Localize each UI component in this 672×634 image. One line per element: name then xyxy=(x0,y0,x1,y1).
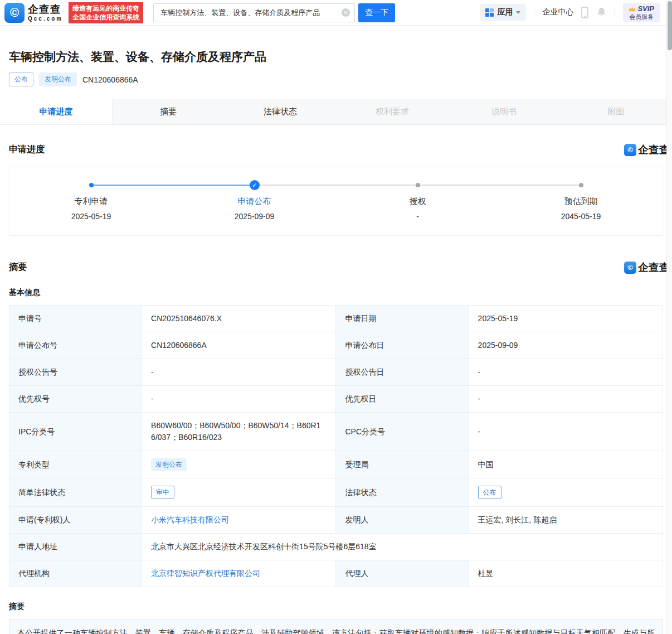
notification-bell-icon[interactable] xyxy=(596,7,607,18)
field-value: 小米汽车科技有限公司 xyxy=(142,507,336,534)
basic-info-title: 基本信息 xyxy=(9,288,663,298)
progress-section-title: 申请进度 xyxy=(9,144,45,156)
field-label: 发明人 xyxy=(336,507,469,534)
publication-number: CN120606866A xyxy=(82,75,138,84)
basic-info-table: 申请号 CN202510646076.X 申请日期 2025-05-19 申请公… xyxy=(9,305,663,587)
milestone-date: 2045-05-19 xyxy=(499,212,663,221)
table-row: IPC分类号 B60W60/00；B60W50/00；B60W50/14；B60… xyxy=(9,413,663,451)
table-row: 申请(专利权)人 小米汽车科技有限公司 发明人 王运宏, 刘长江, 陈超启 xyxy=(9,507,663,534)
patent-type-badge: 发明公布 xyxy=(151,458,187,471)
slogan-line1: 缔造有远见的商业传奇 xyxy=(72,4,139,13)
field-value: CN202510646076.X xyxy=(142,306,336,332)
milestone-dot-done xyxy=(89,183,94,187)
application-timeline: 专利申请 2025-05-19 ✓ 申请公布 2025-09-09 授权 - 预… xyxy=(9,167,663,236)
qcc-watermark: © 企查查 xyxy=(624,143,670,157)
scrollbar-thumb[interactable] xyxy=(668,1,672,50)
field-value: - xyxy=(469,413,663,451)
field-value: - xyxy=(142,359,336,386)
patent-title: 车辆控制方法、装置、设备、存储介质及程序产品 xyxy=(9,49,663,65)
tab-description: 说明书 xyxy=(448,99,560,124)
page-scrollbar[interactable] xyxy=(666,0,672,634)
status-badge: 公布 xyxy=(9,72,33,86)
divider xyxy=(534,8,534,17)
milestone-grant: 授权 - xyxy=(336,180,499,221)
divider xyxy=(615,8,615,17)
agency-link[interactable]: 北京律智知识产权代理有限公司 xyxy=(151,569,260,578)
search-area: ✕ xyxy=(153,3,355,22)
logo-domain: Qcc.com xyxy=(28,16,63,22)
qcc-watermark-text: 企查查 xyxy=(638,143,670,157)
tab-abstract[interactable]: 摘要 xyxy=(113,99,225,124)
field-label: 申请人地址 xyxy=(9,534,142,560)
legal-status-badge: 公布 xyxy=(478,486,501,499)
milestone-estimated-expiry: 预估到期 2045-05-19 xyxy=(499,180,663,221)
tab-application-progress[interactable]: 申请进度 xyxy=(0,99,113,124)
abstract-title: 摘要 xyxy=(9,602,663,612)
qcc-logo-icon: © xyxy=(4,3,25,23)
qcc-watermark: © 企查查 xyxy=(624,260,670,275)
table-row: 优先权号 - 优先权日 - xyxy=(9,386,663,413)
field-label: 受理局 xyxy=(336,451,469,478)
table-row: 代理机构 北京律智知识产权代理有限公司 代理人 杜昱 xyxy=(9,560,663,587)
qcc-watermark-icon: © xyxy=(624,262,636,274)
svip-member-button[interactable]: SVIP 会员服务 xyxy=(623,3,660,23)
field-label: 简单法律状态 xyxy=(9,478,142,507)
milestone-label: 授权 xyxy=(336,196,499,207)
table-row: 授权公告号 - 授权公告日 - xyxy=(9,359,663,386)
milestone-publication: ✓ 申请公布 2025-09-09 xyxy=(173,180,336,221)
milestone-date: 2025-09-09 xyxy=(173,212,336,221)
milestone-check-icon: ✓ xyxy=(250,180,260,190)
field-label: 申请日期 xyxy=(336,306,469,332)
qcc-logo[interactable]: © 企查查 Qcc.com xyxy=(4,3,63,23)
field-label: 授权公告号 xyxy=(9,359,142,386)
field-value: 发明公布 xyxy=(142,451,336,478)
field-label: 授权公告日 xyxy=(336,359,469,386)
field-label: CPC分类号 xyxy=(336,413,469,451)
field-value: - xyxy=(142,386,336,413)
field-label: 代理机构 xyxy=(9,560,142,587)
apps-grid-icon xyxy=(485,8,494,17)
qcc-watermark-text: 企查查 xyxy=(638,260,670,275)
field-value: - xyxy=(469,386,663,413)
table-row: 申请号 CN202510646076.X 申请日期 2025-05-19 xyxy=(9,306,663,332)
summary-section-title: 摘要 xyxy=(9,262,27,273)
search-button[interactable]: 查一下 xyxy=(358,3,395,22)
field-label: 代理人 xyxy=(336,560,469,587)
field-label: 申请号 xyxy=(9,306,142,332)
simple-legal-status-badge: 审中 xyxy=(151,486,174,499)
apps-label: 应用 xyxy=(497,7,513,17)
svip-sub-label: 会员服务 xyxy=(629,13,654,21)
tab-drawings: 附图 xyxy=(560,99,672,124)
apps-menu[interactable]: 应用 xyxy=(480,4,526,21)
milestone-dot-pending xyxy=(579,183,583,187)
abstract-text: 本公开提供了一种车辆控制方法、装置、车辆、存储介质及程序产品，涉及辅助驾驶领域。… xyxy=(9,619,663,634)
summary-section-header: 摘要 © 企查查 xyxy=(9,262,663,273)
field-label: 优先权号 xyxy=(9,386,142,413)
milestone-filing: 专利申请 2025-05-19 xyxy=(9,180,173,221)
progress-section-header: 申请进度 © 企查查 xyxy=(9,144,663,156)
table-row: 专利类型 发明公布 受理局 中国 xyxy=(9,451,663,478)
applicant-link[interactable]: 小米汽车科技有限公司 xyxy=(151,515,229,524)
detail-tabs: 申请进度 摘要 法律状态 权利要求 说明书 附图 xyxy=(0,99,672,125)
enterprise-center-link[interactable]: 企业中心 xyxy=(542,7,573,17)
field-value: 北京律智知识产权代理有限公司 xyxy=(142,560,336,587)
milestone-dot-pending xyxy=(416,183,420,187)
milestone-label: 预估到期 xyxy=(499,196,663,207)
patent-type-badge: 发明公布 xyxy=(39,72,77,86)
search-input[interactable] xyxy=(153,3,355,22)
field-label: 法律状态 xyxy=(336,478,469,507)
field-value: 王运宏, 刘长江, 陈超启 xyxy=(469,507,663,534)
field-value: 中国 xyxy=(469,451,663,478)
field-label: 优先权日 xyxy=(336,386,469,413)
logo-name: 企查查 xyxy=(28,4,63,14)
field-label: 申请公布号 xyxy=(9,332,142,359)
field-value: 2025-09-09 xyxy=(469,332,663,359)
qcc-watermark-icon: © xyxy=(624,144,636,156)
field-value: 审中 xyxy=(142,478,336,507)
crown-icon xyxy=(629,6,636,12)
slogan-line2: 全国企业信用查询系统 xyxy=(72,13,139,22)
milestone-label: 申请公布 xyxy=(173,196,336,207)
tab-legal-status[interactable]: 法律状态 xyxy=(225,99,337,124)
mobile-app-icon[interactable] xyxy=(581,7,588,18)
field-value: 杜昱 xyxy=(469,560,663,587)
